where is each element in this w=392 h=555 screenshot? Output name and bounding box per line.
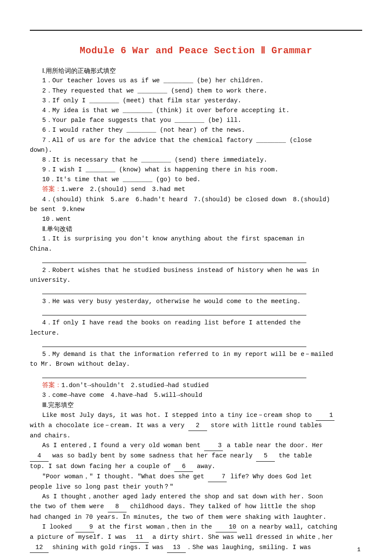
cloze-blank-3: 3 bbox=[204, 441, 223, 451]
s2-q3: 3．He was very busy yesterday, otherwise … bbox=[30, 297, 362, 306]
cloze-blank-13: 13 bbox=[167, 543, 186, 553]
s3-p1-l3: and chairs. bbox=[30, 431, 362, 441]
s2-q5a: 5．My demand is that the information refe… bbox=[30, 350, 362, 359]
s3-p4-l2: the two of them were 8 childhood days. T… bbox=[30, 502, 362, 512]
s3-p4-l3: had changed in 70 years. In minutes, the… bbox=[30, 512, 362, 522]
horizontal-rule bbox=[30, 30, 362, 31]
t: the two of them were bbox=[30, 503, 108, 510]
cloze-blank-11: 11 bbox=[130, 532, 149, 543]
answer-blank-line bbox=[42, 338, 306, 347]
s3-p3-l1: "Poor woman，" I thought. "What does she … bbox=[30, 472, 362, 482]
cloze-blank-9: 9 bbox=[75, 522, 94, 532]
s1-q5: 5．Your pale face suggests that you _____… bbox=[30, 116, 362, 125]
s2-q1b: China. bbox=[30, 244, 362, 254]
t: with a chocolate ice－cream. It was a ver… bbox=[30, 422, 188, 429]
s2-q5b: to Mr. Brown without delay. bbox=[30, 359, 362, 369]
t: life? Why does God let bbox=[227, 473, 312, 480]
t: "Poor woman，" I thought. "What does she … bbox=[42, 473, 208, 480]
s2-q2a: 2．Robert wishes that he studied business… bbox=[30, 266, 362, 275]
s1-ans2b: be sent 9.knew bbox=[30, 205, 362, 214]
answer-label: 答案： bbox=[42, 186, 61, 193]
t: ．She was laughing, smiling. I was bbox=[186, 544, 311, 551]
s3-p1-l1: Like most July days, it was hot. I stepp… bbox=[30, 410, 362, 421]
t: Like most July days, it was hot. I stepp… bbox=[42, 412, 316, 419]
s1-q2: 2．They requested that we ________ (send)… bbox=[30, 86, 362, 96]
s2-ans1-text: 1.don't→shouldn't 2.studied→had studied bbox=[61, 382, 209, 389]
answer-blank-line bbox=[42, 369, 306, 378]
t: was so badly bent by some sadness that h… bbox=[49, 452, 256, 459]
t: at the first woman，then in the bbox=[94, 523, 216, 530]
t: a picture of myself. I was bbox=[30, 534, 130, 541]
s1-q8: 8．It is necessary that he ________ (send… bbox=[30, 155, 362, 165]
s1-ans3: 10．went bbox=[30, 214, 362, 224]
s1-ans1: 答案：1.were 2.(should) send 3.had met bbox=[30, 185, 362, 194]
t: I looked bbox=[42, 523, 75, 530]
s1-q7b: down). bbox=[30, 145, 362, 155]
t: store with little round tables bbox=[207, 422, 322, 429]
answer-blank-line bbox=[42, 306, 306, 315]
s1-ans2: 4．(should) think 5.are 6.hadn't heard 7.… bbox=[30, 195, 362, 205]
page-title: Module 6 War and Peace Section Ⅱ Grammar bbox=[30, 43, 362, 58]
t: away. bbox=[193, 463, 215, 470]
t: shining with gold rings. I was bbox=[49, 544, 167, 551]
answer-label: 答案： bbox=[42, 382, 61, 389]
section-1-heading: Ⅰ.用所给词的正确形式填空 bbox=[30, 66, 362, 76]
t: As I entered，I found a very old woman be… bbox=[42, 442, 204, 449]
s1-q4: 4．My idea is that we ________ (think) it… bbox=[30, 106, 362, 116]
t: childhood days. They talked of how littl… bbox=[127, 503, 316, 510]
s3-p3-l2: people live so long past their youth？" bbox=[30, 482, 362, 492]
t: a dirty shirt. She was well dressed in w… bbox=[149, 534, 333, 541]
answer-blank-line bbox=[42, 254, 306, 263]
s2-q4b: lecture. bbox=[30, 328, 362, 338]
t: top. I sat down facing her a couple of bbox=[30, 463, 174, 470]
s3-p5-l2: a picture of myself. I was 11 a dirty sh… bbox=[30, 532, 362, 543]
cloze-blank-12: 12 bbox=[30, 543, 49, 553]
s2-ans2: 3．come→have come 4.have→had 5.will→shoul… bbox=[30, 390, 362, 400]
cloze-blank-5: 5 bbox=[256, 451, 275, 461]
s3-p5-l1: I looked 9 at the first woman，then in th… bbox=[30, 522, 362, 532]
s3-p2-l3: top. I sat down facing her a couple of 6… bbox=[30, 462, 362, 472]
s3-p5-l3: 12 shining with gold rings. I was 13．She… bbox=[30, 543, 362, 553]
t: a table near the door. Her bbox=[223, 442, 323, 449]
s1-q10: 10．It's time that we ________ (go) to be… bbox=[30, 175, 362, 185]
s3-p4-l1: As I thought，another aged lady entered t… bbox=[30, 492, 362, 502]
s3-p1-l2: with a chocolate ice－cream. It was a ver… bbox=[30, 421, 362, 431]
s1-q1: 1．Our teacher loves us as if we ________… bbox=[30, 76, 362, 86]
answer-blank-line bbox=[42, 285, 306, 294]
cloze-blank-6: 6 bbox=[174, 462, 193, 472]
cloze-blank-8: 8 bbox=[108, 502, 127, 512]
s1-q6: 6．I would rather they ________ (not hear… bbox=[30, 125, 362, 135]
t: the table bbox=[275, 452, 312, 459]
cloze-blank-2: 2 bbox=[188, 421, 207, 431]
section-2-heading: Ⅱ.单句改错 bbox=[30, 224, 362, 234]
s1-ans1-text: 1.were 2.(should) send 3.had met bbox=[61, 186, 185, 193]
s3-p2-l2: 4 was so badly bent by some sadness that… bbox=[30, 451, 362, 461]
s3-p2-l1: As I entered，I found a very old woman be… bbox=[30, 441, 362, 451]
page-number: 1 bbox=[357, 546, 360, 555]
cloze-blank-1: 1 bbox=[316, 410, 334, 421]
cloze-blank-10: 10 bbox=[216, 522, 237, 532]
s2-ans1: 答案：1.don't→shouldn't 2.studied→had studi… bbox=[30, 381, 362, 390]
t: on a nearby wall, catching bbox=[237, 523, 337, 530]
cloze-blank-4: 4 bbox=[30, 451, 49, 461]
s2-q1a: 1．It is surprising you don't know anythi… bbox=[30, 234, 362, 244]
s1-q7a: 7．All of us are for the advice that the … bbox=[30, 136, 362, 145]
cloze-blank-7: 7 bbox=[208, 472, 227, 482]
s1-q3: 3．If only I ________ (meet) that film st… bbox=[30, 96, 362, 106]
s1-q9: 9．I wish I ________ (know) what is happe… bbox=[30, 165, 362, 175]
section-3-heading: Ⅲ.完形填空 bbox=[30, 400, 362, 410]
document-page: Module 6 War and Peace Section Ⅱ Grammar… bbox=[0, 0, 392, 555]
s2-q4a: 4．If only I have read the books on readi… bbox=[30, 318, 362, 328]
s2-q2b: university. bbox=[30, 275, 362, 285]
